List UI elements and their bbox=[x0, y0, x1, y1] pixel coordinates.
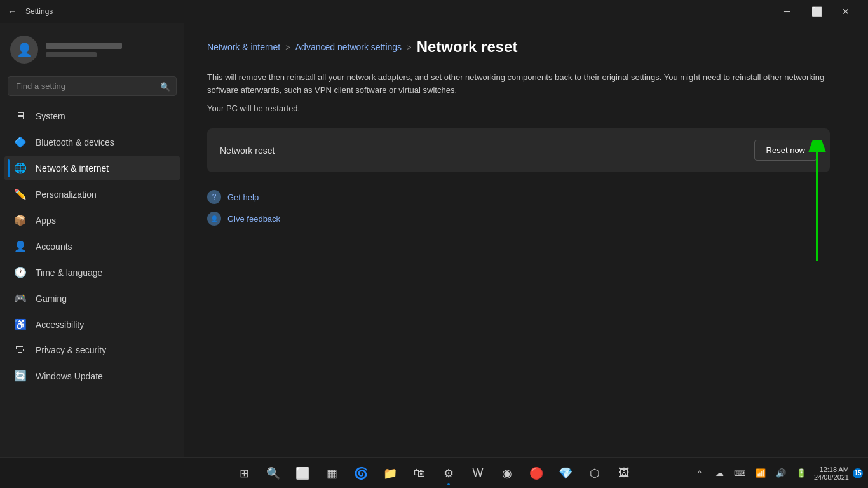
sidebar-item-system[interactable]: 🖥 System bbox=[4, 104, 180, 128]
sidebar-label-apps: Apps bbox=[36, 215, 56, 226]
get-help-text[interactable]: Get help bbox=[227, 193, 259, 202]
breadcrumb-network[interactable]: Network & internet bbox=[207, 42, 280, 52]
accounts-icon: 👤 bbox=[14, 240, 27, 252]
maximize-button[interactable]: ⬜ bbox=[802, 0, 831, 23]
network-icon: 🌐 bbox=[14, 162, 27, 174]
breadcrumb-advanced[interactable]: Advanced network settings bbox=[295, 42, 402, 52]
reset-card: Network reset Reset now bbox=[207, 128, 830, 172]
close-button[interactable]: ✕ bbox=[831, 0, 860, 23]
sidebar-item-time[interactable]: 🕐 Time & language bbox=[4, 260, 180, 285]
sidebar-label-gaming: Gaming bbox=[36, 294, 67, 304]
taskbar-chrome[interactable]: ◉ bbox=[493, 459, 521, 487]
taskbar-center: ⊞🔍⬜▦🌀📁🛍⚙W◉🔴💎⬡🖼 bbox=[230, 459, 638, 487]
update-icon: 🔄 bbox=[14, 370, 27, 382]
sidebar-label-privacy: Privacy & security bbox=[36, 345, 106, 355]
tray-wifi[interactable]: 📶 bbox=[752, 464, 770, 482]
sidebar-item-network[interactable]: 🌐 Network & internet bbox=[4, 156, 180, 180]
tray-chevron[interactable]: ^ bbox=[691, 464, 709, 482]
tray-keyboard[interactable]: ⌨ bbox=[731, 464, 749, 482]
taskbar: ⊞🔍⬜▦🌀📁🛍⚙W◉🔴💎⬡🖼 ^ ☁ ⌨ 📶 🔊 🔋 12:18 AM 24/0… bbox=[0, 458, 868, 488]
taskbar-burp[interactable]: 🔴 bbox=[522, 459, 550, 487]
sidebar-item-update[interactable]: 🔄 Windows Update bbox=[4, 363, 180, 388]
sidebar-item-apps[interactable]: 📦 Apps bbox=[4, 208, 180, 233]
sidebar-item-gaming[interactable]: 🎮 Gaming bbox=[4, 286, 180, 311]
tray-volume[interactable]: 🔊 bbox=[772, 464, 790, 482]
restart-note: Your PC will be restarted. bbox=[207, 104, 845, 113]
date-display: 24/08/2021 bbox=[814, 473, 849, 481]
back-icon[interactable]: ← bbox=[8, 6, 17, 17]
description-text: This will remove then reinstall all your… bbox=[207, 71, 830, 96]
get-help-icon: ? bbox=[207, 190, 221, 204]
help-links: ? Get help 👤 Give feedback bbox=[207, 190, 845, 226]
main-content: Network & internet > Advanced network se… bbox=[184, 23, 868, 458]
app-title: Settings bbox=[25, 7, 53, 16]
username-block bbox=[46, 43, 122, 57]
breadcrumb-sep1: > bbox=[285, 43, 290, 52]
breadcrumb-current: Network reset bbox=[417, 38, 518, 56]
bluetooth-icon: 🔷 bbox=[14, 136, 27, 148]
sidebar-label-accounts: Accounts bbox=[36, 241, 72, 252]
sidebar-label-bluetooth: Bluetooth & devices bbox=[36, 137, 114, 147]
arrow-svg bbox=[804, 140, 830, 267]
taskbar-files[interactable]: 📁 bbox=[376, 459, 404, 487]
minimize-button[interactable]: ─ bbox=[773, 0, 802, 23]
accessibility-icon: ♿ bbox=[14, 318, 27, 330]
green-arrow-annotation bbox=[804, 140, 830, 267]
username-sub-redacted bbox=[46, 52, 97, 57]
sidebar-label-personalization: Personalization bbox=[36, 189, 97, 200]
sidebar-item-accounts[interactable]: 👤 Accounts bbox=[4, 234, 180, 259]
sidebar-label-update: Windows Update bbox=[36, 371, 103, 381]
sidebar-nav: 🖥 System🔷 Bluetooth & devices🌐 Network &… bbox=[0, 104, 184, 389]
get-help-link[interactable]: ? Get help bbox=[207, 190, 845, 204]
taskbar-app2[interactable]: 🖼 bbox=[610, 459, 638, 487]
sidebar-item-bluetooth[interactable]: 🔷 Bluetooth & devices bbox=[4, 130, 180, 154]
breadcrumb-sep2: > bbox=[407, 43, 412, 52]
feedback-icon: 👤 bbox=[207, 212, 221, 226]
sidebar-label-network: Network & internet bbox=[36, 163, 109, 173]
taskbar-app1[interactable]: ⬡ bbox=[581, 459, 609, 487]
sys-tray: ^ ☁ ⌨ 📶 🔊 🔋 bbox=[691, 464, 810, 482]
sidebar-label-system: System bbox=[36, 111, 65, 121]
username-redacted bbox=[46, 43, 122, 49]
taskbar-store[interactable]: 🛍 bbox=[405, 459, 433, 487]
user-profile[interactable]: 👤 bbox=[0, 23, 184, 76]
taskbar-widgets[interactable]: ▦ bbox=[318, 459, 346, 487]
apps-icon: 📦 bbox=[14, 214, 27, 226]
taskbar-word[interactable]: W bbox=[464, 459, 492, 487]
reset-card-label: Network reset bbox=[220, 146, 275, 156]
gaming-icon: 🎮 bbox=[14, 292, 27, 304]
taskbar-clock[interactable]: 12:18 AM 24/08/2021 bbox=[814, 466, 849, 481]
sidebar-label-time: Time & language bbox=[36, 268, 102, 278]
taskbar-obsidian[interactable]: 💎 bbox=[552, 459, 580, 487]
taskbar-taskview[interactable]: ⬜ bbox=[288, 459, 316, 487]
taskbar-settings[interactable]: ⚙ bbox=[435, 459, 463, 487]
sidebar: 👤 🔍 🖥 System🔷 Bluetooth & devices🌐 Netwo… bbox=[0, 23, 184, 458]
title-bar: ← Settings ─ ⬜ ✕ bbox=[0, 0, 868, 23]
taskbar-start[interactable]: ⊞ bbox=[230, 459, 258, 487]
privacy-icon: 🛡 bbox=[14, 344, 27, 356]
taskbar-search[interactable]: 🔍 bbox=[259, 459, 287, 487]
breadcrumb: Network & internet > Advanced network se… bbox=[207, 38, 845, 56]
avatar: 👤 bbox=[10, 36, 38, 64]
tray-cloud[interactable]: ☁ bbox=[711, 464, 729, 482]
taskbar-edge[interactable]: 🌀 bbox=[347, 459, 375, 487]
sidebar-label-accessibility: Accessibility bbox=[36, 320, 84, 330]
time-icon: 🕐 bbox=[14, 266, 27, 278]
taskbar-right: ^ ☁ ⌨ 📶 🔊 🔋 12:18 AM 24/08/2021 15 bbox=[691, 464, 863, 482]
system-icon: 🖥 bbox=[14, 111, 27, 122]
personalization-icon: ✏️ bbox=[14, 188, 27, 200]
search-icon: 🔍 bbox=[160, 81, 170, 91]
feedback-text[interactable]: Give feedback bbox=[227, 214, 280, 224]
search-container: 🔍 bbox=[8, 76, 177, 96]
sidebar-item-accessibility[interactable]: ♿ Accessibility bbox=[4, 312, 180, 337]
search-input[interactable] bbox=[8, 76, 177, 96]
notification-badge[interactable]: 15 bbox=[853, 468, 863, 478]
app-window: 👤 🔍 🖥 System🔷 Bluetooth & devices🌐 Netwo… bbox=[0, 23, 868, 458]
sidebar-item-personalization[interactable]: ✏️ Personalization bbox=[4, 182, 180, 207]
time-display: 12:18 AM bbox=[814, 466, 849, 473]
sidebar-item-privacy[interactable]: 🛡 Privacy & security bbox=[4, 338, 180, 362]
tray-battery[interactable]: 🔋 bbox=[792, 464, 810, 482]
feedback-link[interactable]: 👤 Give feedback bbox=[207, 212, 845, 226]
window-controls: ─ ⬜ ✕ bbox=[773, 0, 860, 23]
